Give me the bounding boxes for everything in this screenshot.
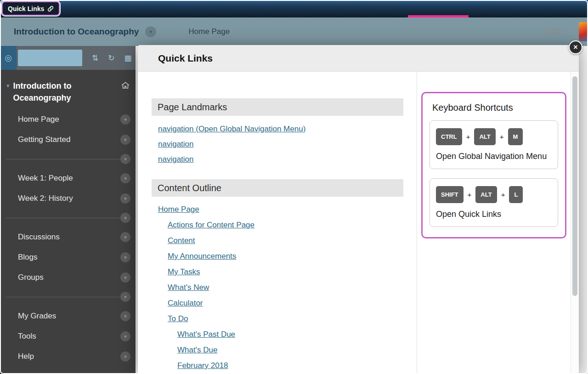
- sidebar-item-label: Week 2: History: [18, 194, 73, 203]
- quick-links-label: Quick Links: [8, 5, 44, 12]
- chevron-down-circle-icon[interactable]: ▾: [120, 292, 130, 302]
- sidebar-item-my-grades[interactable]: My Grades▾: [0, 306, 136, 326]
- outline-link-what-s-new[interactable]: What's New: [168, 283, 209, 292]
- chevron-down-circle-icon[interactable]: ▾: [120, 232, 130, 242]
- modal-body: Page Landmarks navigation (Open Global N…: [138, 72, 579, 374]
- outline-link-row: Content: [158, 233, 403, 249]
- links-column: Page Landmarks navigation (Open Global N…: [138, 72, 417, 374]
- outline-link-my-announcements[interactable]: My Announcements: [168, 252, 236, 261]
- outline-link-what-s-past-due[interactable]: What's Past Due: [177, 330, 235, 339]
- sidebar-item-discussions[interactable]: Discussions▾: [0, 227, 136, 247]
- sidebar-item-home-page[interactable]: Home Page▾: [0, 109, 136, 130]
- outline-link-row: What's Due: [158, 342, 403, 358]
- outline-link-my-tasks[interactable]: My Tasks: [168, 267, 200, 277]
- triangle-down-icon[interactable]: ▾: [6, 82, 10, 104]
- shortcut-card: CTRL+ALT+MOpen Global Navigation Menu: [430, 120, 558, 169]
- shortcut-description: Open Global Navigation Menu: [436, 151, 552, 162]
- course-menu-sidebar: ◎ ⇅ ↻ ▦ ▾ Introduction to Oceanography H…: [0, 46, 136, 374]
- landmark-link[interactable]: navigation: [158, 155, 194, 164]
- divider-line: [6, 297, 131, 297]
- keycap-m: M: [508, 128, 523, 145]
- student-preview-icon[interactable]: [547, 27, 561, 37]
- outline-link-row: My Announcements: [158, 249, 403, 264]
- outline-link-list: Home PageActions for Content PageContent…: [158, 202, 403, 374]
- chevron-down-circle-icon[interactable]: ▾: [120, 173, 130, 183]
- sort-arrows-icon[interactable]: ⇅: [92, 53, 98, 63]
- course-menu-toolbar: ◎ ⇅ ↻ ▦: [0, 46, 136, 70]
- sidebar-item-groups[interactable]: Groups▾: [0, 267, 136, 288]
- blackboard-logo: [579, 22, 588, 41]
- plus-separator: +: [466, 133, 470, 141]
- outline-link-row: Actions for Content Page: [158, 217, 403, 233]
- grid-view-icon[interactable]: ▦: [124, 53, 132, 63]
- content-outline-title: Content Outline: [158, 183, 221, 193]
- active-tab-indicator: [408, 15, 469, 17]
- sidebar-item-getting-started[interactable]: Getting Started▾: [0, 130, 136, 150]
- keyboard-shortcuts-title: Keyboard Shortcuts: [432, 102, 558, 113]
- sidebar-divider: ▾: [0, 150, 136, 168]
- landmark-link[interactable]: navigation (Open Global Navigation Menu): [158, 125, 305, 134]
- chevron-down-circle-icon[interactable]: ▾: [120, 331, 130, 341]
- quick-links-modal: × Quick Links Page Landmarks navigation …: [138, 45, 579, 374]
- sidebar-item-label: Tools: [18, 332, 36, 341]
- shortcut-description: Open Quick Links: [436, 209, 552, 220]
- divider-line: [6, 218, 131, 218]
- chevron-down-circle-icon[interactable]: ▾: [120, 193, 130, 204]
- outline-link-calculator[interactable]: Calculator: [168, 299, 203, 308]
- page-landmarks-header: Page Landmarks: [152, 98, 403, 116]
- outline-link-to-do[interactable]: To Do: [168, 314, 188, 323]
- sidebar-item-week-2-history[interactable]: Week 2: History▾: [0, 188, 136, 209]
- shortcut-card: SHIFT+ALT+LOpen Quick Links: [430, 178, 558, 227]
- keycap-alt: ALT: [474, 128, 495, 145]
- divider-line: [6, 159, 131, 159]
- screen: Quick Links Introduction to Oceanography…: [0, 0, 588, 374]
- quick-links-button[interactable]: Quick Links: [2, 1, 60, 16]
- keycap-alt: ALT: [475, 186, 497, 203]
- sidebar-item-help[interactable]: Help▾: [0, 346, 136, 367]
- chevron-down-circle-icon[interactable]: ▾: [120, 154, 130, 164]
- global-top-bar: Quick Links: [0, 0, 588, 17]
- outline-link-what-s-due[interactable]: What's Due: [177, 346, 217, 355]
- outline-link-row: Home Page: [158, 202, 403, 217]
- chevron-down-circle-icon[interactable]: ▾: [120, 311, 130, 321]
- course-header: Introduction to Oceanography ▾ Home Page: [0, 17, 588, 46]
- chevron-down-circle-icon[interactable]: ▾: [120, 213, 130, 223]
- chevron-down-icon[interactable]: ▾: [145, 26, 156, 37]
- sidebar-item-blogs[interactable]: Blogs▾: [0, 247, 136, 267]
- keycap-ctrl: CTRL: [436, 128, 462, 145]
- landmark-link-row: navigation (Open Global Navigation Menu): [158, 121, 403, 136]
- sidebar-item-label: Week 1: People: [18, 174, 73, 183]
- landmarks-link-list: navigation (Open Global Navigation Menu)…: [158, 121, 403, 167]
- outline-link-row: February 2018: [158, 358, 403, 374]
- chevron-down-circle-icon[interactable]: ▾: [120, 135, 130, 145]
- shortcuts-column: Keyboard Shortcuts CTRL+ALT+MOpen Global…: [417, 72, 579, 374]
- outline-link-february-2018[interactable]: February 2018: [177, 361, 228, 370]
- page-title: Home Page: [188, 27, 230, 36]
- outline-link-actions-for-content-page[interactable]: Actions for Content Page: [168, 221, 254, 230]
- modal-scrollbar-track[interactable]: [571, 72, 579, 374]
- sidebar-divider: ▾: [0, 288, 136, 306]
- home-icon[interactable]: [121, 81, 130, 104]
- keycap-l: L: [509, 186, 523, 203]
- sidebar-item-label: Groups: [18, 273, 44, 282]
- link-icon: [47, 6, 54, 12]
- landmark-link-row: navigation: [158, 152, 403, 167]
- sidebar-item-tools[interactable]: Tools▾: [0, 326, 136, 346]
- shortcut-list: CTRL+ALT+MOpen Global Navigation MenuSHI…: [430, 120, 558, 227]
- chevron-down-circle-icon[interactable]: ▾: [120, 114, 130, 125]
- landmark-link[interactable]: navigation: [158, 140, 194, 149]
- target-icon[interactable]: ◎: [0, 46, 17, 70]
- refresh-icon[interactable]: ↻: [108, 53, 114, 63]
- outline-link-content[interactable]: Content: [168, 236, 195, 245]
- modal-scrollbar-thumb[interactable]: [572, 76, 577, 296]
- close-icon[interactable]: ×: [569, 40, 582, 54]
- menu-search-box[interactable]: [18, 50, 82, 66]
- chevron-down-circle-icon[interactable]: ▾: [120, 351, 130, 362]
- chevron-down-circle-icon[interactable]: ▾: [120, 252, 130, 262]
- sidebar-item-week-1-people[interactable]: Week 1: People▾: [0, 168, 136, 188]
- sidebar-menu: Home Page▾Getting Started▾▾Week 1: Peopl…: [0, 109, 136, 367]
- outline-link-home-page[interactable]: Home Page: [158, 205, 199, 214]
- chevron-down-circle-icon[interactable]: ▾: [120, 272, 130, 283]
- modal-header: Quick Links: [138, 45, 579, 72]
- outline-link-row: My Tasks: [158, 264, 403, 280]
